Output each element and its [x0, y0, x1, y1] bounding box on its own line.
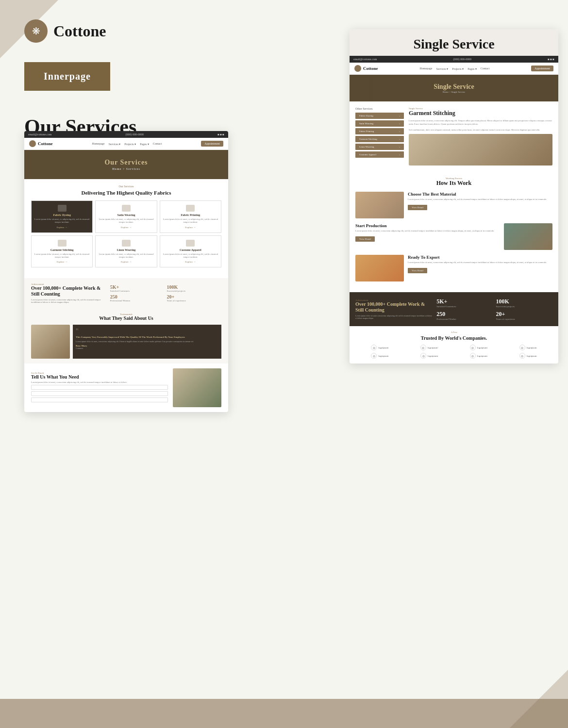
logo-icon: ⊙ — [420, 353, 426, 359]
service-desc: Lorem ipsum dolor sit amet, co adipiscin… — [163, 253, 218, 259]
mini-stats: Achievement Over 100,000+ Complete Work … — [24, 278, 228, 308]
ss-step-3-btn[interactable]: View Detail — [408, 268, 427, 273]
quote-icon: " — [76, 328, 218, 335]
ss-step-2-img — [504, 223, 552, 250]
logo-text: logoipsum — [527, 355, 537, 357]
contact-desc: Lorem ipsum dolor sit amet, consectetur … — [31, 381, 168, 383]
ss-stat-num: 100K — [496, 298, 552, 305]
service-name: Custome Apparel — [163, 248, 218, 251]
mini-testimonial: Testimonials What They Said About Us " T… — [24, 308, 228, 364]
ss-logo-icon — [354, 65, 361, 72]
ss-logos-title: Trusted By World's Companies. — [356, 335, 551, 341]
service-icon — [122, 240, 131, 247]
ss-step-2-btn[interactable]: View Detail — [355, 236, 375, 242]
ss-step-3-img — [355, 255, 404, 281]
mini-nav: Cottone Homepage Services ▾ Projects ▾ P… — [24, 138, 228, 150]
ss-stat-label: Successful projects — [496, 305, 552, 308]
stat-5k: 5K+ Satisfied Customers — [110, 284, 165, 292]
ss-stat-num: 250 — [436, 311, 493, 318]
ss-hero-text: Single Service — [434, 83, 474, 91]
ss-stat-label: Years of experience — [496, 318, 552, 320]
innerpage-button[interactable]: Innerpage — [24, 62, 110, 91]
test-content: " This Company Very Favorably Impressed … — [73, 325, 221, 359]
logo-icon: ⊙ — [420, 345, 426, 350]
logo-item-5: ⊙ logoipsum — [356, 353, 403, 359]
mini-section-title: Delivering The Highest Quality Fabrics — [31, 190, 221, 196]
logo-icon: ⊙ — [519, 353, 525, 359]
ss-topbar-email: email@cottone.com — [353, 58, 377, 61]
ss-logos-grid: ⊙ logoipsum ⊙ logoipsum' ⊙ logoipsum ⊙ l… — [356, 345, 551, 359]
stats-main-text: Over 100,000+ Complete Work & Still Coun… — [31, 285, 105, 297]
service-card-printing: Fabric Printing Lorem ipsum dolor sit am… — [160, 200, 221, 233]
mini-nav-links: Homepage Services ▾ Projects ▾ Pages ▾ C… — [92, 142, 162, 146]
ss-step-2: Start Production Lorem ipsum dolor sit a… — [355, 223, 552, 250]
logo-area: ❋ Cottone — [24, 19, 209, 43]
logo-item-2: ⊙ logoipsum' — [406, 345, 453, 350]
service-desc: Lorem ipsum dolor sit amet, co adipiscin… — [163, 218, 218, 224]
mini-appt-btn: Appointment — [201, 141, 223, 147]
ss-topbar-social: ■ ■ ■ — [548, 58, 554, 61]
ss-service-text2: Sed condimentum, dulci otter aliquam eui… — [409, 129, 552, 132]
contact-photo — [173, 368, 221, 407]
ss-main-content: Single Service Garment Stitching Lorem i… — [409, 107, 552, 165]
ss-hero-sub: Home > Single Service — [434, 91, 474, 93]
ss-sidebar-btn-apparel: Custome Apparel› — [355, 151, 404, 158]
logo-text: logoipsum — [527, 347, 537, 349]
right-title-area: Single Service — [350, 29, 558, 56]
mini-hero-sub: Home > Services — [104, 167, 148, 170]
ss-topbar: email@cottone.com (000) 000-0000 ■ ■ ■ — [350, 56, 558, 63]
stat-250: 250 Professional Women — [110, 294, 165, 302]
ss-stat-label: Satisfied Customers — [436, 305, 493, 308]
ss-stat-20: 20+ Years of experience — [496, 311, 552, 320]
form-field-3 — [31, 397, 168, 402]
ss-sidebar-label: Other Services — [355, 107, 404, 110]
ss-stat-num: 20+ — [496, 311, 552, 318]
mini-topbar: email@cottone.com (000) 000-0000 ■ ■ ■ — [24, 131, 228, 138]
ss-sidebar-btn-satin: Satin Weaving› — [355, 120, 404, 127]
ss-nav: Cottone Homepage Services ▾ Projects ▾ P… — [350, 63, 558, 75]
topbar-social: ■ ■ ■ — [217, 133, 224, 136]
service-explore: Explore → — [163, 261, 218, 263]
logo-text: logoipsum — [378, 355, 388, 357]
mini-stats-right: 5K+ Satisfied Customers 100K Successful … — [110, 284, 221, 302]
service-name: Garment Stitching — [34, 248, 90, 251]
contact-title: Tell Us What You Need — [31, 374, 168, 380]
ss-step-1-title: Choose The Best Material — [408, 192, 552, 197]
ss-sidebar: Other Services Fabric Dyeing› Satin Weav… — [355, 107, 404, 165]
logo-item-7: ⊙ logoipsum — [455, 353, 502, 359]
logo-item-4: ⊙ logoipsum — [504, 345, 551, 350]
test-role: Costumer — [76, 347, 218, 349]
service-card-linen: Linen Weaving Lorem ipsum dolor sit amet… — [95, 235, 157, 268]
service-card-apparel: Custome Apparel Lorem ipsum dolor sit am… — [160, 235, 221, 268]
test-photo — [31, 325, 70, 359]
service-icon — [122, 205, 131, 212]
ss-stats-left: Achievement Over 100,000+ Complete Work … — [355, 299, 433, 319]
test-text: This Company Very Favorably Impressed Wi… — [76, 335, 218, 339]
form-field-2 — [31, 391, 168, 396]
mini-services-grid: Fabric Dyeing Lorem ipsum dolor sit amet… — [31, 200, 221, 267]
logo-item-8: ⊙ logoipsum — [504, 353, 551, 359]
mini-hero: Our Services Home > Services — [24, 150, 228, 179]
service-explore: Explore → — [98, 226, 154, 229]
ss-step-3-title: Ready To Export — [408, 255, 552, 260]
ss-sidebar-btn-printing: Fabric Printing› — [355, 128, 404, 134]
mini-hero-text: Our Services — [104, 159, 148, 166]
stat-label: Professional Women — [110, 299, 165, 302]
ss-service-title: Garment Stitching — [409, 110, 552, 117]
ss-step-1-btn[interactable]: View Detail — [408, 205, 427, 210]
service-name: Fabric Printing — [163, 214, 218, 216]
logo-icon: ⊙ — [470, 345, 476, 350]
ss-topbar-phone: (000) 000-0000 — [453, 58, 471, 61]
ss-step-1-content: Choose The Best Material Lorem ipsum dol… — [408, 192, 552, 210]
service-explore: Explore → — [34, 226, 90, 229]
ss-stats-grid: 5K+ Satisfied Customers 100K Successful … — [436, 298, 552, 320]
ss-appt-btn: Appointment — [531, 66, 553, 71]
logo-item-6: ⊙ logoipsum — [406, 353, 453, 359]
stat-100k: 100K Successful projects — [167, 284, 221, 292]
ss-logo-text: Cottone — [363, 66, 378, 71]
ss-body: Other Services Fabric Dyeing› Satin Weav… — [350, 101, 558, 171]
logo-text: logoipsum — [428, 355, 438, 357]
service-icon — [186, 205, 195, 212]
stats-desc: Lorem ipsum dolor sit amet, consectetur … — [31, 298, 105, 303]
ss-working-title: How Its Work — [355, 180, 552, 187]
